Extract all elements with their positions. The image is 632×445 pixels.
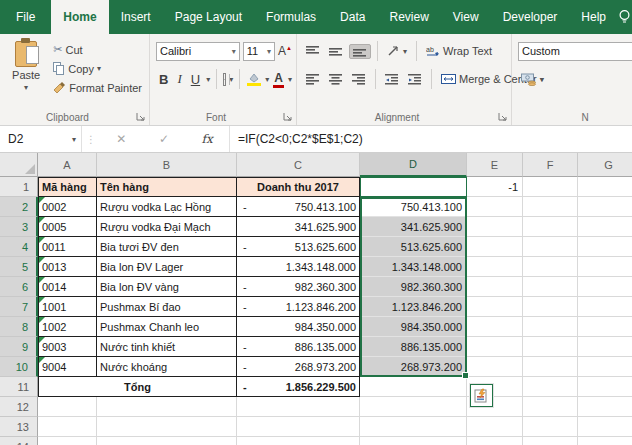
cell-C2[interactable]: -750.413.100 [237,197,360,217]
cell-E6[interactable] [467,277,523,297]
cell-F9[interactable] [523,337,578,357]
cell-E14[interactable] [467,437,523,445]
column-header-D[interactable]: D [360,153,467,177]
cell-A13[interactable] [38,417,97,437]
cell-F10[interactable] [523,357,578,377]
cell-A11-merged[interactable]: Tổng [38,377,237,397]
cell-A12[interactable] [38,397,97,417]
cell-F7[interactable] [523,297,578,317]
cell-A2[interactable]: 0002 [38,197,97,217]
cell-D5[interactable]: 1.343.148.000 [360,257,467,277]
cell-B10[interactable]: Nước khoáng [97,357,237,377]
cell-A6[interactable]: 0014 [38,277,97,297]
cell-A14[interactable] [38,437,97,445]
cell-C7[interactable]: -1.123.846.200 [237,297,360,317]
cell-D3[interactable]: 341.625.900 [360,217,467,237]
column-header-F[interactable]: F [523,153,578,177]
cell-D4[interactable]: 513.625.600 [360,237,467,257]
cell-F1[interactable] [523,177,578,197]
cell-B9[interactable]: Nước tinh khiết [97,337,237,357]
cell-G8[interactable] [578,317,632,337]
cell-F4[interactable] [523,237,578,257]
cell-B1[interactable]: Tên hàng [97,177,237,197]
row-header-5[interactable]: 5 [0,257,38,277]
cell-B8[interactable]: Pushmax Chanh leo [97,317,237,337]
cell-B5[interactable]: Bia lon ĐV Lager [97,257,237,277]
cell-B7[interactable]: Pushmax Bí đao [97,297,237,317]
row-header-11[interactable]: 11 [0,377,38,397]
cell-G5[interactable] [578,257,632,277]
cell-D14[interactable] [360,437,467,445]
cell-E2[interactable] [467,197,523,217]
cell-G10[interactable] [578,357,632,377]
cell-C1[interactable]: Doanh thu 2017 [237,177,360,197]
cell-F2[interactable] [523,197,578,217]
cell-E9[interactable] [467,337,523,357]
cell-B13[interactable] [97,417,237,437]
cell-E4[interactable] [467,237,523,257]
cell-A10[interactable]: 9004 [38,357,97,377]
column-header-B[interactable]: B [97,153,237,177]
cell-D7[interactable]: 1.123.846.200 [360,297,467,317]
cell-B3[interactable]: Rượu vodka Đại Mạch [97,217,237,237]
cell-E3[interactable] [467,217,523,237]
cell-G2[interactable] [578,197,632,217]
cell-G4[interactable] [578,237,632,257]
cell-G11[interactable] [578,377,632,397]
cell-D12[interactable] [360,397,467,417]
cell-C13[interactable] [237,417,360,437]
column-header-E[interactable]: E [467,153,523,177]
cell-A5[interactable]: 0013 [38,257,97,277]
fill-handle[interactable] [462,372,469,379]
cell-D13[interactable] [360,417,467,437]
row-header-13[interactable]: 13 [0,417,38,437]
cell-C9[interactable]: -886.135.000 [237,337,360,357]
cell-G1[interactable] [578,177,632,197]
cell-F5[interactable] [523,257,578,277]
cell-F6[interactable] [523,277,578,297]
cell-A9[interactable]: 9003 [38,337,97,357]
cell-F3[interactable] [523,217,578,237]
cell-D6[interactable]: 982.360.300 [360,277,467,297]
cell-A1[interactable]: Mã hàng [38,177,97,197]
cell-E13[interactable] [467,417,523,437]
cell-G14[interactable] [578,437,632,445]
cell-E7[interactable] [467,297,523,317]
cell-G3[interactable] [578,217,632,237]
row-header-6[interactable]: 6 [0,277,38,297]
cell-D2[interactable]: 750.413.100 [360,197,467,217]
select-all-button[interactable] [0,153,38,177]
cell-A3[interactable]: 0005 [38,217,97,237]
cell-D1[interactable] [360,177,467,197]
row-header-4[interactable]: 4 [0,237,38,257]
row-header-9[interactable]: 9 [0,337,38,357]
cell-C11[interactable]: -1.856.229.500 [237,377,360,397]
cell-F13[interactable] [523,417,578,437]
cell-G9[interactable] [578,337,632,357]
row-header-7[interactable]: 7 [0,297,38,317]
row-header-1[interactable]: 1 [0,177,38,197]
cell-C6[interactable]: -982.360.300 [237,277,360,297]
cell-F11[interactable] [523,377,578,397]
cell-C4[interactable]: -513.625.600 [237,237,360,257]
cell-B4[interactable]: Bia tươi ĐV đen [97,237,237,257]
cell-A4[interactable]: 0011 [38,237,97,257]
row-header-12[interactable]: 12 [0,397,38,417]
cell-G13[interactable] [578,417,632,437]
cell-E1[interactable]: -1 [467,177,523,197]
quick-analysis-button[interactable] [470,384,493,407]
cell-D10[interactable]: 268.973.200 [360,357,467,377]
cell-C10[interactable]: -268.973.200 [237,357,360,377]
cell-F12[interactable] [523,397,578,417]
cell-G7[interactable] [578,297,632,317]
row-header-3[interactable]: 3 [0,217,38,237]
column-header-G[interactable]: G [578,153,632,177]
cell-G12[interactable] [578,397,632,417]
cell-B12[interactable] [97,397,237,417]
cell-D8[interactable]: 984.350.000 [360,317,467,337]
cell-B2[interactable]: Rượu vodka Lạc Hồng [97,197,237,217]
cell-G6[interactable] [578,277,632,297]
cell-C14[interactable] [237,437,360,445]
cell-E8[interactable] [467,317,523,337]
column-header-A[interactable]: A [38,153,97,177]
